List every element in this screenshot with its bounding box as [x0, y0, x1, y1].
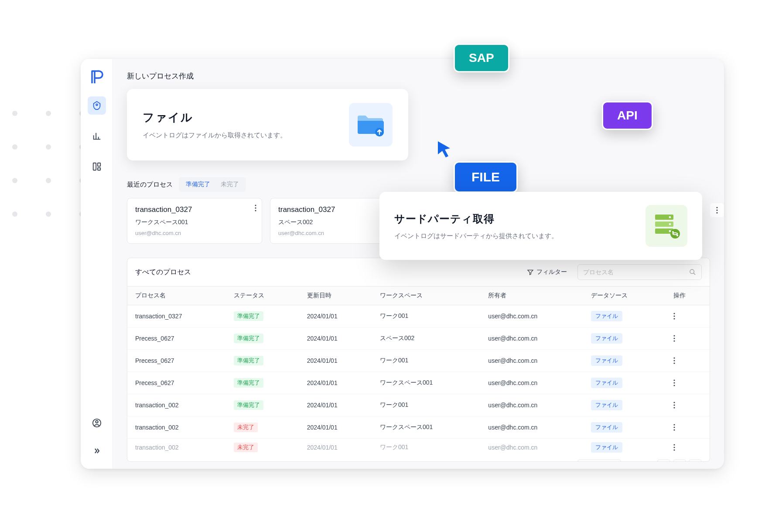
svg-rect-1	[93, 163, 96, 171]
col-updated: 更新日時	[299, 286, 372, 305]
chip-file: FILE	[454, 161, 518, 193]
row-menu-button[interactable]	[673, 424, 702, 431]
background-dots	[12, 111, 85, 217]
status-badge: 準備完了	[234, 400, 263, 410]
table-row[interactable]: transaction_002準備完了2024/01/01ワーク001user@…	[127, 394, 710, 416]
recent-status-tabs: 準備完了 未完了	[179, 177, 246, 192]
sidebar-item-workspaces[interactable]	[88, 157, 106, 176]
cell-name: Precess_0627	[127, 372, 226, 394]
recent-card-workspace: ワークスペース001	[135, 218, 254, 226]
tab-pending[interactable]: 未完了	[215, 179, 244, 190]
row-menu-button[interactable]	[673, 444, 702, 451]
cell-workspace: ワークスペース001	[372, 372, 480, 394]
svg-point-31	[673, 429, 675, 430]
svg-point-17	[673, 335, 675, 336]
sidebar-item-account[interactable]	[88, 414, 106, 432]
svg-point-24	[673, 382, 675, 383]
filter-button[interactable]: フィルター	[523, 266, 571, 279]
row-menu-button[interactable]	[673, 357, 702, 364]
svg-rect-3	[97, 168, 100, 171]
svg-point-44	[670, 229, 680, 239]
status-badge: 準備完了	[234, 378, 263, 388]
thirdparty-card-title: サードパーティ取得	[394, 212, 558, 226]
app-logo	[90, 69, 103, 83]
svg-point-37	[716, 212, 717, 213]
status-badge: 準備完了	[234, 356, 263, 365]
cell-updated: 2024/01/01	[299, 305, 372, 327]
source-badge: ファイル	[591, 422, 622, 433]
search-input[interactable]	[583, 269, 686, 276]
svg-point-22	[673, 362, 675, 364]
sidebar-item-processes[interactable]	[88, 96, 106, 115]
svg-point-16	[673, 318, 675, 319]
status-badge: 準備完了	[234, 311, 263, 321]
row-menu-button[interactable]	[673, 379, 702, 386]
svg-point-0	[96, 104, 98, 106]
recent-process-card[interactable]: transaction_0327 ワークスペース001 user@dhc.com…	[127, 198, 262, 244]
row-menu-button[interactable]	[673, 313, 702, 320]
col-action: 操作	[666, 286, 710, 305]
table-row[interactable]: transaction_0327準備完了2024/01/01ワーク001user…	[127, 305, 710, 327]
page-title: 新しいプロセス作成	[127, 71, 710, 81]
cell-updated: 2024/01/01	[299, 327, 372, 350]
cell-owner: user@dhc.com.cn	[480, 372, 583, 394]
file-card-title: ファイル	[143, 110, 287, 125]
svg-point-33	[673, 447, 675, 448]
cell-workspace: スペース002	[372, 327, 480, 350]
page-next-button[interactable]	[689, 460, 702, 462]
card-menu-button[interactable]	[255, 205, 256, 211]
cell-updated: 2024/01/01	[299, 394, 372, 416]
cell-workspace: ワーク001	[372, 439, 480, 455]
create-from-file-card[interactable]: ファイル イベントログはファイルから取得されています。	[127, 89, 408, 160]
cell-updated: 2024/01/01	[299, 350, 372, 372]
cell-updated: 2024/01/01	[299, 372, 372, 394]
table-row[interactable]: Precess_0627準備完了2024/01/01ワーク001user@dhc…	[127, 350, 710, 372]
page-size-select[interactable]: 10/ページ	[577, 460, 621, 462]
create-from-thirdparty-card[interactable]: サードパーティ取得 イベントログはサードパーティから提供されています。	[379, 192, 702, 260]
table-row[interactable]: Precess_0627準備完了2024/01/01ワークスペース001user…	[127, 372, 710, 394]
cell-owner: user@dhc.com.cn	[480, 416, 583, 439]
col-source: データソース	[583, 286, 666, 305]
card-menu-button[interactable]	[710, 203, 724, 217]
cell-workspace: ワークスペース001	[372, 416, 480, 439]
source-badge: ファイル	[591, 442, 622, 453]
svg-point-41	[669, 216, 671, 218]
recent-processes-label: 最近のプロセス	[127, 181, 173, 189]
svg-point-5	[96, 421, 98, 423]
table-row[interactable]: transaction_002未完了2024/01/01ワークスペース001us…	[127, 416, 710, 439]
cell-name: transaction_002	[127, 416, 226, 439]
cell-name: transaction_002	[127, 394, 226, 416]
search-box[interactable]	[577, 264, 702, 280]
svg-point-14	[673, 313, 675, 314]
row-menu-button[interactable]	[673, 402, 702, 409]
table-row[interactable]: Precess_0627準備完了2024/01/01スペース002user@dh…	[127, 327, 710, 350]
cell-name: Precess_0627	[127, 327, 226, 350]
page-number-button[interactable]: 1	[673, 460, 686, 462]
cell-workspace: ワーク001	[372, 394, 480, 416]
cell-owner: user@dhc.com.cn	[480, 439, 583, 455]
svg-point-20	[673, 357, 675, 358]
svg-point-29	[673, 424, 675, 425]
svg-point-32	[673, 444, 675, 445]
source-badge: ファイル	[591, 311, 622, 321]
svg-point-25	[673, 385, 675, 386]
status-badge: 未完了	[234, 443, 258, 452]
svg-point-45	[672, 231, 674, 233]
svg-point-7	[255, 205, 256, 206]
cell-updated: 2024/01/01	[299, 416, 372, 439]
sidebar-expand-button[interactable]	[88, 442, 106, 460]
cursor-icon	[437, 140, 453, 159]
sidebar	[81, 59, 113, 469]
svg-point-35	[716, 207, 717, 208]
source-badge: ファイル	[591, 333, 622, 344]
page-prev-button[interactable]	[657, 460, 670, 462]
svg-point-27	[673, 404, 675, 406]
all-processes-title: すべてのプロセス	[135, 268, 516, 277]
table-row[interactable]: transaction_002未完了2024/01/01ワーク001user@d…	[127, 439, 710, 455]
svg-point-19	[673, 340, 675, 341]
sidebar-item-analytics[interactable]	[88, 127, 106, 145]
svg-point-8	[255, 207, 256, 208]
row-menu-button[interactable]	[673, 335, 702, 342]
tab-ready[interactable]: 準備完了	[181, 179, 215, 190]
folder-upload-icon	[349, 103, 393, 147]
